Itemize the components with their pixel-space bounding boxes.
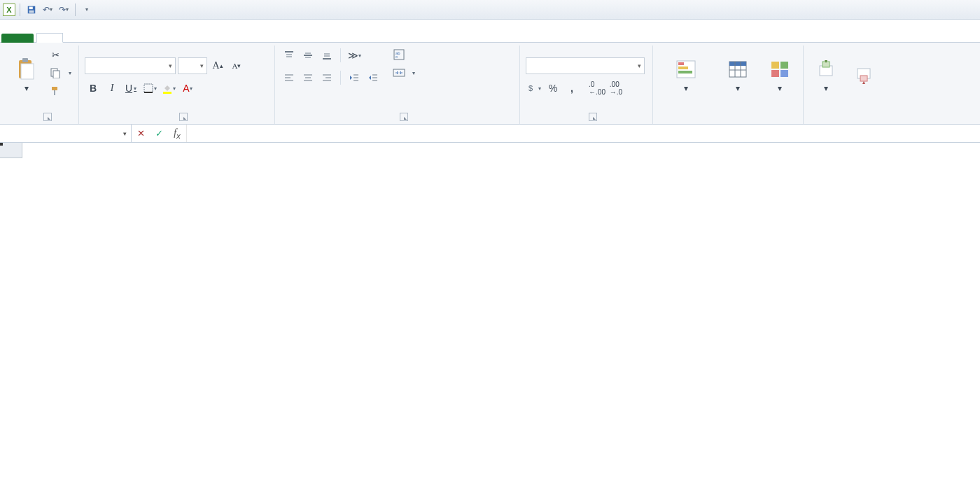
group-cells: ▾ <box>804 46 886 124</box>
formula-input[interactable] <box>187 125 980 142</box>
orientation-button[interactable]: ≫▾ <box>346 47 363 64</box>
decrease-decimal-button[interactable]: .00→.0 <box>608 80 624 97</box>
copy-button[interactable]: ▾ <box>48 65 73 80</box>
ribbon-tabs <box>0 20 980 42</box>
increase-indent-button[interactable] <box>365 69 382 86</box>
insert-cells-button[interactable]: ▾ <box>809 47 843 104</box>
svg-rect-54 <box>780 70 788 77</box>
font-color-button[interactable]: A▾ <box>179 80 196 97</box>
svg-rect-51 <box>771 62 779 69</box>
tab-data[interactable] <box>143 34 169 43</box>
svg-rect-47 <box>729 62 746 66</box>
cell-styles-icon <box>768 57 792 81</box>
svg-rect-8 <box>52 87 57 90</box>
svg-rect-43 <box>678 62 684 65</box>
number-launcher[interactable] <box>589 113 597 121</box>
name-box[interactable]: ▾ <box>0 125 132 142</box>
format-as-table-button[interactable]: ▾ <box>718 47 758 104</box>
svg-text:$: $ <box>528 84 533 92</box>
wrap-text-icon: abc <box>393 48 405 61</box>
number-format-combo[interactable]: ▾ <box>526 57 645 74</box>
clipboard-icon <box>15 57 38 81</box>
wrap-text-button[interactable]: abc <box>391 47 416 62</box>
ribbon: ▾ ✂ ▾ <box>0 42 980 125</box>
clipboard-launcher[interactable] <box>43 113 52 121</box>
select-all-corner[interactable] <box>0 143 22 158</box>
group-font: ▾ ▾ A▴ A▾ B I U▾ ▾ ▾ A▾ <box>79 46 275 124</box>
svg-rect-10 <box>144 84 153 92</box>
tab-review[interactable] <box>169 34 196 43</box>
comma-button[interactable]: , <box>564 80 580 97</box>
group-alignment: ≫▾ abc ▾ <box>275 46 520 124</box>
delete-cells-icon <box>852 63 876 87</box>
align-bottom-button[interactable] <box>318 47 335 64</box>
font-launcher[interactable] <box>179 113 188 121</box>
insert-cells-icon <box>814 57 838 81</box>
decrease-indent-button[interactable] <box>346 69 363 86</box>
svg-text:c: c <box>396 55 398 59</box>
copy-icon <box>49 66 62 79</box>
excel-logo-icon: X <box>3 4 15 16</box>
cancel-formula-button[interactable]: ✕ <box>132 128 150 139</box>
align-middle-button[interactable] <box>300 47 316 64</box>
conditional-formatting-button[interactable]: ▾ <box>659 47 713 104</box>
bold-button[interactable]: B <box>85 80 102 97</box>
fill-color-button[interactable]: ▾ <box>160 80 177 97</box>
svg-rect-40 <box>393 69 405 76</box>
align-left-button[interactable] <box>281 69 298 86</box>
tab-page-layout[interactable] <box>90 34 116 43</box>
conditional-formatting-icon <box>674 57 698 81</box>
insert-function-button[interactable]: fx <box>168 127 186 140</box>
svg-rect-4 <box>22 58 28 62</box>
tab-formulas[interactable] <box>116 34 143 43</box>
tab-file[interactable] <box>1 34 34 43</box>
font-size-combo[interactable]: ▾ <box>178 57 207 74</box>
svg-rect-52 <box>780 62 788 69</box>
svg-rect-1 <box>29 6 33 9</box>
underline-button[interactable]: U▾ <box>122 80 139 97</box>
border-button[interactable]: ▾ <box>141 80 158 97</box>
accounting-format-button[interactable]: $▾ <box>526 80 542 97</box>
delete-cells-button[interactable] <box>847 47 881 104</box>
undo-button[interactable]: ↶▾ <box>41 3 55 17</box>
paste-button[interactable]: ▾ <box>10 47 43 104</box>
tab-insert[interactable] <box>63 34 90 43</box>
merge-center-button[interactable]: ▾ <box>391 65 416 80</box>
svg-rect-7 <box>53 71 59 78</box>
save-button[interactable] <box>24 3 38 17</box>
percent-button[interactable]: % <box>545 80 561 97</box>
tab-view[interactable] <box>196 34 223 43</box>
shrink-font-button[interactable]: A▾ <box>228 57 245 74</box>
worksheet-grid[interactable] <box>0 143 980 490</box>
cut-button[interactable]: ✂ <box>48 47 73 62</box>
svg-rect-44 <box>678 66 688 69</box>
svg-rect-12 <box>163 92 172 94</box>
format-painter-button[interactable] <box>48 83 73 99</box>
italic-button[interactable]: I <box>104 80 120 97</box>
grow-font-button[interactable]: A▴ <box>209 57 226 74</box>
align-center-button[interactable] <box>300 69 316 86</box>
group-styles: ▾ ▾ ▾ <box>653 46 804 124</box>
formula-bar: ▾ ✕ ✓ fx <box>0 125 980 143</box>
paintbrush-icon <box>49 85 62 97</box>
align-top-button[interactable] <box>281 47 298 64</box>
svg-rect-9 <box>54 90 55 95</box>
group-number: ▾ $▾ % , .0←.00 .00→.0 <box>520 46 653 124</box>
svg-rect-5 <box>21 64 34 79</box>
scissors-icon: ✂ <box>49 48 62 61</box>
redo-button[interactable]: ↷▾ <box>57 3 71 17</box>
title-bar: X ↶▾ ↷▾ ▾ <box>0 0 980 20</box>
cell-styles-button[interactable]: ▾ <box>762 47 797 104</box>
table-icon <box>726 57 750 81</box>
svg-rect-53 <box>771 70 779 77</box>
enter-formula-button[interactable]: ✓ <box>150 128 168 139</box>
alignment-launcher[interactable] <box>400 113 408 121</box>
increase-decimal-button[interactable]: .0←.00 <box>589 80 606 97</box>
qat-customize-button[interactable]: ▾ <box>80 3 94 17</box>
align-right-button[interactable] <box>318 69 335 86</box>
svg-rect-45 <box>678 71 692 74</box>
svg-rect-58 <box>860 76 867 81</box>
tab-home[interactable] <box>36 33 63 43</box>
font-name-combo[interactable]: ▾ <box>85 57 176 74</box>
svg-rect-2 <box>29 10 34 13</box>
